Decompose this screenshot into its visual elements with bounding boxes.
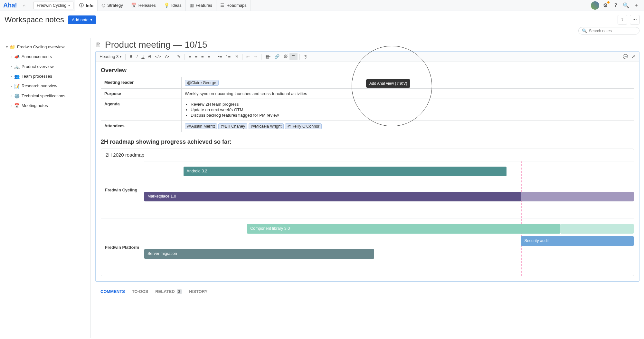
expand-button[interactable]: ⤢	[630, 53, 637, 60]
footer-tab-history[interactable]: HISTORY	[189, 289, 207, 294]
tree-item[interactable]: ›📝Research overview	[8, 82, 87, 91]
add-view-button[interactable]: 🗔	[289, 53, 298, 60]
tree-item-label: Product overview	[22, 63, 54, 70]
tree-root[interactable]: ▾ 📁 Fredwin Cycling overview	[3, 42, 87, 52]
logo: Aha!	[3, 2, 17, 9]
footer-tab-comments[interactable]: COMMENTS	[100, 289, 125, 294]
tree-item[interactable]: ›🚲Product overview	[8, 62, 87, 72]
add-note-button[interactable]: Add note	[68, 15, 96, 24]
align-left-button[interactable]: ≡	[187, 53, 193, 60]
image-button[interactable]: 🖼	[281, 53, 289, 60]
gantt-bar[interactable]: Android 3.2	[184, 167, 507, 176]
outdent-button[interactable]: ⇤	[244, 53, 252, 60]
table-button[interactable]: ▦ ▾	[263, 53, 272, 60]
chevron-right-icon: ›	[9, 84, 14, 89]
checklist-button[interactable]: ☑	[232, 53, 240, 60]
align-right-button[interactable]: ≡	[199, 53, 206, 60]
mention[interactable]: @Austin Merritt	[185, 123, 217, 129]
more-button[interactable]: ⋯	[630, 15, 639, 24]
indent-button[interactable]: ⇥	[252, 53, 259, 60]
nav-icon: ⓘ	[79, 3, 84, 8]
tree-root-label: Fredwin Cycling overview	[17, 44, 64, 51]
agenda-item: Update on next week's GTM	[191, 107, 630, 112]
home-nav[interactable]: ⌂	[19, 0, 31, 11]
folder-icon: 📁	[10, 44, 15, 51]
document-body[interactable]: Overview Meeting leader @Claire George P…	[96, 62, 639, 281]
chevron-down-icon: ▾	[120, 55, 121, 58]
gantt-bar[interactable]	[521, 192, 634, 201]
gantt-bar[interactable]: Security audit	[521, 236, 634, 246]
gantt-bar[interactable]: Marketplace 1.0	[144, 192, 521, 201]
footer-tab-related[interactable]: RELATED2	[155, 289, 182, 294]
nav-strategy[interactable]: ◎Strategy	[98, 0, 127, 11]
mention[interactable]: @Reilly O'Connor	[285, 123, 322, 129]
highlight-button[interactable]: ✎	[175, 53, 183, 60]
footer-tab-to-dos[interactable]: TO-DOS	[132, 289, 148, 294]
share-button[interactable]: ⇪	[618, 15, 627, 24]
workspace-selector[interactable]: Fredwin Cycling▾	[33, 2, 73, 9]
table-row: Purpose Weekly sync on upcoming launches…	[101, 89, 634, 99]
editor-toolbar: Heading 3 ▾ B I U S </> A ▾ ✎ ≡ ≡ ≡ ≡ •≡…	[96, 52, 639, 62]
attendees-label: Attendees	[101, 121, 182, 132]
timestamp-button[interactable]: ◷	[302, 53, 309, 60]
purpose-text: Weekly sync on upcoming launches and cro…	[182, 89, 634, 99]
nav-roadmaps[interactable]: ☰Roadmaps	[216, 0, 251, 11]
comment-button[interactable]: 💬	[621, 53, 630, 60]
nav-ideas[interactable]: 💡Ideas	[160, 0, 186, 11]
align-justify-button[interactable]: ≡	[206, 53, 212, 60]
chevron-down-icon: ▾	[68, 4, 70, 7]
notification-dot	[607, 1, 610, 4]
numbered-list-button[interactable]: 1≡	[224, 53, 232, 60]
avatar[interactable]	[590, 0, 600, 11]
tree-item[interactable]: ›📅Meeting notes	[8, 101, 87, 111]
search-icon: 🔍	[582, 28, 587, 33]
settings-icon[interactable]: ⚙	[600, 0, 611, 11]
strike-button[interactable]: S	[147, 53, 153, 60]
chevron-right-icon: ›	[9, 103, 14, 109]
more-icon: ⋯	[632, 17, 637, 22]
item-icon: 📅	[14, 102, 20, 109]
mention[interactable]: @Bill Chaney	[218, 123, 247, 129]
link-button[interactable]: 🔗	[272, 53, 281, 60]
count-badge: 2	[177, 289, 182, 294]
add-icon[interactable]: ＋	[631, 0, 641, 11]
agenda-item: Discuss backlog features flagged for PM …	[191, 112, 630, 118]
tree-item-label: Announcements	[22, 53, 52, 60]
mention[interactable]: @Micaela Wright	[249, 123, 284, 129]
mention[interactable]: @Claire George	[185, 80, 219, 86]
document-title[interactable]: Product meeting — 10/15	[105, 40, 207, 50]
document-icon: 🗎	[95, 41, 102, 49]
tree-item[interactable]: ›📣Announcements	[8, 52, 87, 62]
nav-features[interactable]: ▦Features	[186, 0, 216, 11]
gantt-group-label: Fredwin Platform	[101, 218, 144, 276]
text-color-button[interactable]: A ▾	[163, 53, 171, 60]
help-icon[interactable]: ？	[611, 0, 621, 11]
search-icon[interactable]: 🔍	[621, 0, 631, 11]
align-center-button[interactable]: ≡	[193, 53, 199, 60]
gantt-bar[interactable]: Component library 3.0	[247, 224, 560, 234]
tooltip: Add Aha! view (⇧⌘V)	[366, 79, 410, 88]
overview-heading: Overview	[101, 67, 634, 74]
nav-releases[interactable]: 📅Releases	[127, 0, 160, 11]
bullet-list-button[interactable]: •≡	[216, 53, 224, 60]
search-box[interactable]: 🔍	[578, 27, 639, 34]
gantt-bar[interactable]	[560, 224, 634, 234]
chevron-right-icon: ›	[9, 64, 14, 69]
footer-tabs: COMMENTSTO-DOSRELATED2HISTORY	[95, 285, 639, 296]
underline-button[interactable]: U	[139, 53, 146, 60]
tree-item[interactable]: ›👥Team processes	[8, 72, 87, 81]
item-icon: 👥	[14, 73, 20, 80]
gantt-bar[interactable]: Server migration	[144, 249, 374, 259]
heading-selector[interactable]: Heading 3 ▾	[98, 53, 123, 60]
table-row: Agenda Review 2H team progressUpdate on …	[101, 99, 634, 121]
nav-icon: 📅	[131, 3, 137, 8]
nav-info[interactable]: ⓘInfo	[75, 0, 98, 11]
tree-item[interactable]: ›⚙️Technical specifications	[8, 91, 87, 101]
meeting-leader-label: Meeting leader	[101, 77, 182, 89]
search-input[interactable]	[589, 29, 637, 33]
chevron-right-icon: ›	[9, 74, 14, 79]
bold-button[interactable]: B	[128, 53, 134, 60]
italic-button[interactable]: I	[135, 53, 140, 60]
nav-icon: ☰	[220, 3, 224, 8]
code-button[interactable]: </>	[153, 53, 163, 60]
